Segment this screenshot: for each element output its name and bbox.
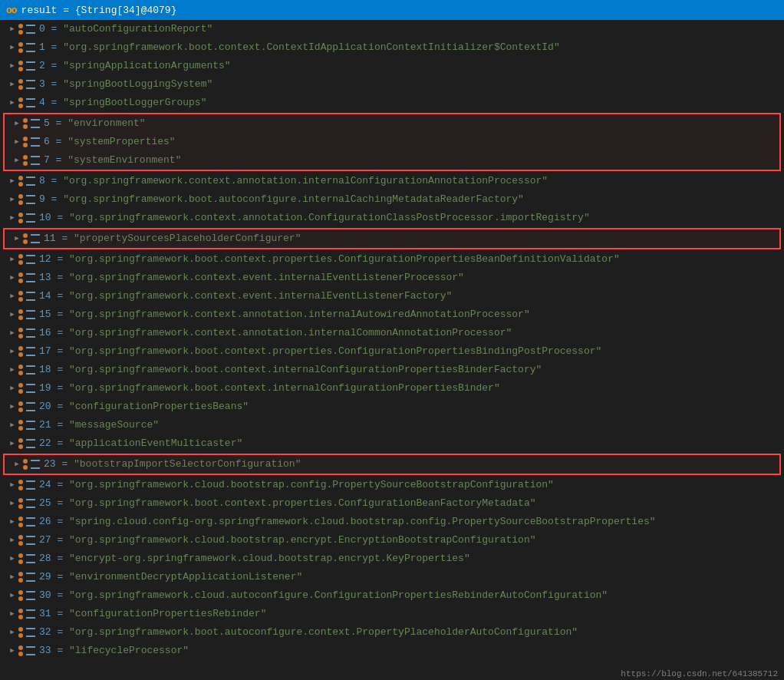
table-row[interactable]: 33 = "lifecycleProcessor" xyxy=(0,642,784,660)
table-row[interactable]: 7 = "systemEnvironment" xyxy=(5,151,779,170)
table-row[interactable]: 29 = "environmentDecryptApplicationListe… xyxy=(0,568,784,586)
table-row[interactable]: 26 = "spring.cloud.config-org.springfram… xyxy=(0,513,784,531)
table-row[interactable]: 14 = "org.springframework.context.event.… xyxy=(0,287,784,305)
expand-arrow-icon[interactable] xyxy=(11,230,23,247)
expand-arrow-icon[interactable] xyxy=(6,58,18,74)
expand-arrow-icon[interactable] xyxy=(6,173,18,190)
expand-arrow-icon[interactable] xyxy=(6,417,18,434)
row-text: 5 = "environment" xyxy=(44,115,146,132)
field-icon xyxy=(18,626,35,639)
expand-arrow-icon[interactable] xyxy=(6,398,18,415)
table-row[interactable]: 22 = "applicationEventMulticaster" xyxy=(0,434,784,453)
table-row[interactable]: 9 = "org.springframework.boot.autoconfig… xyxy=(0,190,784,209)
field-icon xyxy=(18,41,35,54)
field-icon xyxy=(18,60,35,72)
expand-arrow-icon[interactable] xyxy=(6,269,18,286)
table-row[interactable]: 20 = "configurationPropertiesBeans" xyxy=(0,398,784,416)
row-text: 12 = "org.springframework.boot.context.p… xyxy=(39,251,620,268)
row-text: 28 = "encrypt-org.springframework.cloud.… xyxy=(39,550,470,567)
expand-arrow-icon[interactable] xyxy=(11,134,23,150)
table-row[interactable]: 15 = "org.springframework.context.annota… xyxy=(0,305,784,324)
field-icon xyxy=(18,78,35,91)
table-row[interactable]: 12 = "org.springframework.boot.context.p… xyxy=(0,250,784,269)
table-row[interactable]: 32 = "org.springframework.boot.autoconfi… xyxy=(0,623,784,642)
table-row[interactable]: 2 = "springApplicationArguments" xyxy=(0,57,784,75)
table-row[interactable]: 0 = "autoConfigurationReport" xyxy=(0,20,784,38)
expand-arrow-icon[interactable] xyxy=(6,210,18,226)
table-row[interactable]: 21 = "messageSource" xyxy=(0,416,784,434)
expand-arrow-icon[interactable] xyxy=(11,115,23,132)
expand-arrow-icon[interactable] xyxy=(6,251,18,268)
expand-arrow-icon[interactable] xyxy=(6,325,18,342)
expand-arrow-icon[interactable] xyxy=(6,624,18,641)
row-text: 30 = "org.springframework.cloud.autoconf… xyxy=(39,587,608,604)
table-row[interactable]: 25 = "org.springframework.boot.context.p… xyxy=(0,494,784,513)
field-icon xyxy=(23,233,40,245)
table-row[interactable]: 5 = "environment" xyxy=(5,114,779,133)
row-text: 11 = "propertySourcesPlaceholderConfigur… xyxy=(44,230,301,247)
expand-arrow-icon[interactable] xyxy=(6,513,18,530)
row-text: 23 = "bootstrapImportSelectorConfigurati… xyxy=(44,456,301,473)
field-icon xyxy=(18,534,35,546)
expand-arrow-icon[interactable] xyxy=(6,361,18,378)
table-row[interactable]: 19 = "org.springframework.boot.context.i… xyxy=(0,379,784,398)
table-row[interactable]: 23 = "bootstrapImportSelectorConfigurati… xyxy=(5,455,779,474)
expand-arrow-icon[interactable] xyxy=(6,306,18,323)
expand-arrow-icon[interactable] xyxy=(6,550,18,567)
table-row[interactable]: 27 = "org.springframework.cloud.bootstra… xyxy=(0,531,784,550)
content-area: 0 = "autoConfigurationReport"1 = "org.sp… xyxy=(0,20,784,680)
table-row[interactable]: 11 = "propertySourcesPlaceholderConfigur… xyxy=(5,229,779,248)
expand-arrow-icon[interactable] xyxy=(11,152,23,169)
table-row[interactable]: 8 = "org.springframework.context.annotat… xyxy=(0,172,784,190)
expand-arrow-icon[interactable] xyxy=(6,477,18,493)
field-icon xyxy=(18,401,35,413)
table-row[interactable]: 30 = "org.springframework.cloud.autoconf… xyxy=(0,586,784,605)
expand-arrow-icon[interactable] xyxy=(11,456,23,473)
table-row[interactable]: 18 = "org.springframework.boot.context.i… xyxy=(0,361,784,379)
url-bar: https://blog.csdn.net/641385712 xyxy=(614,668,784,680)
expand-arrow-icon[interactable] xyxy=(6,606,18,622)
field-icon xyxy=(18,175,35,187)
row-text: 27 = "org.springframework.cloud.bootstra… xyxy=(39,532,536,549)
expand-arrow-icon[interactable] xyxy=(6,76,18,93)
expand-arrow-icon[interactable] xyxy=(6,191,18,208)
expand-arrow-icon[interactable] xyxy=(6,569,18,586)
expand-arrow-icon[interactable] xyxy=(6,343,18,360)
table-row[interactable]: 3 = "springBootLoggingSystem" xyxy=(0,75,784,94)
expand-arrow-icon[interactable] xyxy=(6,642,18,659)
row-text: 13 = "org.springframework.context.event.… xyxy=(39,269,464,286)
field-icon xyxy=(18,608,35,620)
row-text: 7 = "systemEnvironment" xyxy=(44,152,181,169)
row-text: 10 = "org.springframework.context.annota… xyxy=(39,210,590,226)
row-text: 6 = "systemProperties" xyxy=(44,134,176,150)
expand-arrow-icon[interactable] xyxy=(6,39,18,56)
expand-arrow-icon[interactable] xyxy=(6,532,18,549)
expand-arrow-icon[interactable] xyxy=(6,94,18,111)
table-row[interactable]: 6 = "systemProperties" xyxy=(5,133,779,151)
expand-arrow-icon[interactable] xyxy=(6,288,18,305)
table-row[interactable]: 16 = "org.springframework.context.annota… xyxy=(0,324,784,342)
row-text: 3 = "springBootLoggingSystem" xyxy=(39,76,212,93)
row-text: 21 = "messageSource" xyxy=(39,417,159,434)
expand-arrow-icon[interactable] xyxy=(6,21,18,38)
expand-arrow-icon[interactable] xyxy=(6,495,18,512)
field-icon xyxy=(18,589,35,602)
table-row[interactable]: 17 = "org.springframework.boot.context.p… xyxy=(0,342,784,361)
row-text: 31 = "configurationPropertiesRebinder" xyxy=(39,606,266,622)
expand-arrow-icon[interactable] xyxy=(6,380,18,397)
table-row[interactable]: 1 = "org.springframework.boot.context.Co… xyxy=(0,38,784,57)
field-icon xyxy=(18,645,35,657)
field-icon xyxy=(18,309,35,321)
table-row[interactable]: 13 = "org.springframework.context.event.… xyxy=(0,269,784,287)
row-text: 32 = "org.springframework.boot.autoconfi… xyxy=(39,624,578,641)
field-icon xyxy=(23,117,40,130)
row-text: 4 = "springBootLoggerGroups" xyxy=(39,94,206,111)
table-row[interactable]: 31 = "configurationPropertiesRebinder" xyxy=(0,605,784,623)
field-icon xyxy=(18,97,35,109)
table-row[interactable]: 4 = "springBootLoggerGroups" xyxy=(0,94,784,112)
table-row[interactable]: 10 = "org.springframework.context.annota… xyxy=(0,209,784,227)
table-row[interactable]: 28 = "encrypt-org.springframework.cloud.… xyxy=(0,550,784,568)
table-row[interactable]: 24 = "org.springframework.cloud.bootstra… xyxy=(0,476,784,494)
expand-arrow-icon[interactable] xyxy=(6,587,18,604)
expand-arrow-icon[interactable] xyxy=(6,435,18,452)
